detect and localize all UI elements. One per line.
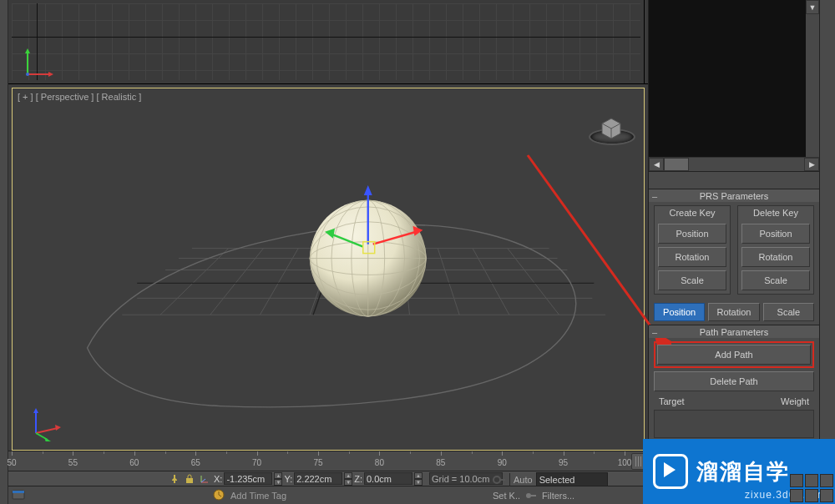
delete-scale-button[interactable]: Scale bbox=[741, 270, 810, 290]
scroll-left-icon[interactable]: ◀ bbox=[649, 158, 664, 171]
rollout-path-title: Path Parameters bbox=[700, 327, 769, 337]
viewport-front[interactable] bbox=[8, 0, 645, 83]
z-input[interactable] bbox=[364, 472, 412, 485]
y-spinner[interactable]: ▲▼ bbox=[344, 472, 352, 485]
axis-gizmo-icon bbox=[23, 45, 57, 78]
create-key-group: Create Key Position Rotation Scale bbox=[654, 205, 731, 295]
svg-rect-53 bbox=[13, 491, 24, 493]
create-key-title: Create Key bbox=[655, 206, 730, 220]
nav-icon[interactable] bbox=[820, 489, 833, 502]
tab-position[interactable]: Position bbox=[654, 303, 705, 321]
target-weight-list[interactable] bbox=[654, 410, 814, 438]
script-listener-icon[interactable] bbox=[12, 488, 25, 503]
grid-display: Grid = 10.0cm bbox=[429, 472, 503, 485]
watermark-title: 溜溜自学 bbox=[696, 457, 790, 486]
viewcube[interactable] bbox=[589, 117, 632, 145]
svg-rect-60 bbox=[531, 495, 536, 496]
nav-icon[interactable] bbox=[820, 474, 833, 487]
z-spinner[interactable]: ▲▼ bbox=[414, 472, 423, 485]
scene-render bbox=[13, 88, 644, 450]
rollout-prs-title: PRS Parameters bbox=[700, 191, 769, 201]
svg-point-4 bbox=[26, 73, 29, 76]
weight-label: Weight bbox=[781, 396, 809, 406]
viewport-area: [ + ] [ Perspective ] [ Realistic ] bbox=[8, 0, 648, 451]
z-label: Z: bbox=[354, 474, 362, 484]
nav-icon[interactable] bbox=[790, 474, 803, 487]
rollout-path: – Path Parameters Add Path Delete Path T… bbox=[649, 325, 819, 438]
track-view[interactable]: ▼ bbox=[649, 0, 819, 157]
add-time-tag-label[interactable]: Add Time Tag bbox=[230, 491, 286, 501]
autokey-label[interactable]: Auto bbox=[514, 475, 533, 485]
svg-point-57 bbox=[493, 476, 500, 483]
svg-line-42 bbox=[36, 428, 58, 433]
highlight-add-path: Add Path bbox=[654, 341, 814, 368]
scroll-thumb[interactable] bbox=[664, 158, 689, 171]
svg-rect-58 bbox=[499, 479, 505, 481]
nav-icon[interactable] bbox=[805, 489, 818, 502]
left-toolbar-strip bbox=[0, 0, 8, 504]
svg-rect-47 bbox=[174, 481, 175, 483]
svg-marker-3 bbox=[48, 72, 53, 77]
keyfilters-label[interactable]: Filters... bbox=[542, 491, 574, 501]
svg-marker-41 bbox=[33, 408, 38, 413]
svg-marker-32 bbox=[364, 185, 372, 195]
lock-icon[interactable] bbox=[184, 473, 195, 485]
scroll-right-icon[interactable]: ▶ bbox=[804, 158, 819, 171]
key-filters-icon[interactable] bbox=[524, 489, 538, 502]
target-label: Target bbox=[659, 396, 685, 406]
delete-position-button[interactable]: Position bbox=[741, 224, 810, 244]
world-axis-icon bbox=[28, 403, 66, 441]
tab-rotation[interactable]: Rotation bbox=[708, 303, 759, 321]
create-rotation-button[interactable]: Rotation bbox=[658, 247, 726, 267]
scroll-down-icon[interactable]: ▼ bbox=[806, 0, 819, 14]
watermark-play-icon bbox=[653, 454, 688, 489]
y-input[interactable] bbox=[294, 472, 342, 485]
rollout-path-head[interactable]: – Path Parameters bbox=[649, 325, 819, 338]
svg-point-59 bbox=[526, 493, 531, 498]
create-position-button[interactable]: Position bbox=[658, 224, 726, 244]
setkey-label[interactable]: Set K.. bbox=[493, 491, 520, 501]
nav-icon[interactable] bbox=[790, 489, 803, 502]
trackview-scrollbar-v[interactable]: ▼ bbox=[806, 0, 819, 157]
time-tag-icon[interactable] bbox=[212, 488, 225, 503]
trackview-scrollbar-h[interactable]: ◀ ▶ bbox=[649, 157, 819, 171]
y-label: Y: bbox=[284, 474, 292, 484]
delete-key-title: Delete Key bbox=[738, 206, 813, 220]
delete-key-group: Delete Key Position Rotation Scale bbox=[737, 205, 814, 295]
svg-marker-43 bbox=[55, 425, 61, 431]
time-ruler[interactable]: 50556065707580859095100 bbox=[8, 451, 648, 471]
coord-system-icon[interactable] bbox=[199, 473, 210, 485]
right-edge-strip bbox=[819, 0, 835, 504]
collapse-icon[interactable]: – bbox=[652, 191, 660, 199]
x-spinner[interactable]: ▲▼ bbox=[274, 472, 282, 485]
mini-grid bbox=[12, 3, 640, 80]
delete-path-button[interactable]: Delete Path bbox=[654, 371, 814, 391]
nav-icon[interactable] bbox=[805, 474, 818, 487]
add-path-button[interactable]: Add Path bbox=[657, 345, 811, 365]
svg-rect-48 bbox=[186, 478, 193, 483]
svg-line-51 bbox=[201, 479, 205, 482]
x-label: X: bbox=[214, 474, 222, 484]
viewport-nav-icons[interactable] bbox=[790, 474, 833, 502]
key-icon[interactable] bbox=[493, 473, 506, 486]
viewport-perspective[interactable]: [ + ] [ Perspective ] [ Realistic ] bbox=[12, 88, 645, 451]
selected-dropdown-label: Selected bbox=[539, 475, 605, 485]
pushpin-icon[interactable] bbox=[169, 473, 180, 485]
delete-rotation-button[interactable]: Rotation bbox=[741, 247, 810, 267]
viewcube-icon bbox=[599, 115, 624, 140]
selected-dropdown[interactable]: Selected bbox=[536, 472, 608, 486]
command-panel: ▼ ◀ ▶ – PRS Parameters Create Key bbox=[648, 0, 819, 504]
rollout-prs: – PRS Parameters Create Key Position Rot… bbox=[649, 189, 819, 325]
x-input[interactable] bbox=[224, 472, 272, 485]
svg-marker-1 bbox=[25, 48, 30, 53]
tab-scale[interactable]: Scale bbox=[763, 303, 814, 321]
upper-viewports bbox=[8, 0, 648, 84]
collapse-icon[interactable]: – bbox=[652, 327, 660, 335]
rollout-prs-head[interactable]: – PRS Parameters bbox=[649, 189, 819, 202]
create-scale-button[interactable]: Scale bbox=[658, 270, 726, 290]
